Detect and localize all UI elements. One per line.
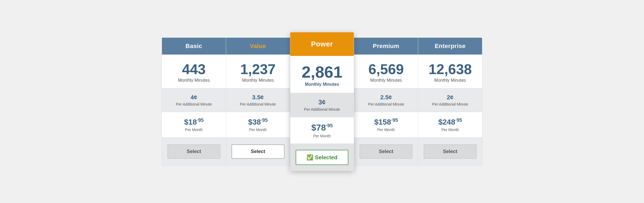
plan-basic: Basic 443 Monthly Minutes 4¢ Per Additio… — [162, 38, 226, 166]
plan-header-value: Value — [226, 38, 290, 55]
minutes-number-basic: 443 — [165, 62, 223, 76]
plan-header-power: Power — [290, 32, 354, 56]
minutes-number-enterprise: 12,638 — [421, 62, 479, 76]
plan-premium: Premium 6,569 Monthly Minutes 2.5¢ Per A… — [354, 38, 418, 166]
pricing-table: Basic 443 Monthly Minutes 4¢ Per Additio… — [162, 37, 482, 166]
plan-minutes-enterprise: 12,638 Monthly Minutes — [418, 55, 482, 88]
plan-minutes-basic: 443 Monthly Minutes — [162, 55, 226, 88]
plan-select-area-power: ✅Selected — [290, 144, 354, 171]
select-button-value[interactable]: Select — [232, 144, 285, 159]
plan-minutes-value: 1,237 Monthly Minutes — [226, 55, 290, 88]
plan-rate-premium: 2.5¢ Per Additional Minute — [354, 88, 418, 112]
plan-minutes-premium: 6,569 Monthly Minutes — [354, 55, 418, 88]
price-cents-premium: ·95 — [391, 118, 398, 123]
plan-header-premium: Premium — [354, 38, 418, 55]
rate-value-basic: 4¢ — [165, 94, 223, 101]
plan-enterprise: Enterprise 12,638 Monthly Minutes 2¢ Per… — [418, 38, 482, 166]
plan-rate-value: 3.5¢ Per Additional Minute — [226, 88, 290, 112]
plan-minutes-power: 2,861 Monthly Minutes — [290, 56, 354, 93]
price-cents-enterprise: ·95 — [455, 118, 462, 123]
price-label-value: Per Month — [229, 128, 287, 132]
price-cents-value: ·95 — [261, 118, 268, 123]
rate-label-value: Per Additional Minute — [229, 102, 287, 106]
select-button-premium[interactable]: Select — [359, 144, 412, 159]
price-value-premium: $158·95 — [357, 118, 415, 126]
rate-label-premium: Per Additional Minute — [357, 102, 415, 106]
rate-label-power: Per Additional Minute — [293, 107, 351, 112]
plan-rate-power: 3¢ Per Additional Minute — [290, 93, 354, 117]
rate-value-enterprise: 2¢ — [421, 94, 479, 101]
price-label-power: Per Month — [293, 134, 351, 138]
price-value-enterprise: $248·95 — [421, 118, 479, 126]
plan-select-area-basic: Select — [162, 138, 226, 166]
minutes-label-power: Monthly Minutes — [293, 82, 351, 87]
plan-rate-basic: 4¢ Per Additional Minute — [162, 88, 226, 112]
plan-header-basic: Basic — [162, 38, 226, 55]
plan-price-value: $38·95 Per Month — [226, 112, 290, 138]
plan-price-power: $78·95 Per Month — [290, 117, 354, 144]
price-value-power: $78·95 — [293, 123, 351, 133]
price-value-basic: $18·95 — [165, 118, 223, 126]
minutes-number-premium: 6,569 — [357, 62, 415, 76]
price-label-enterprise: Per Month — [421, 128, 479, 132]
plan-rate-enterprise: 2¢ Per Additional Minute — [418, 88, 482, 112]
minutes-label-value: Monthly Minutes — [229, 78, 287, 83]
plan-select-area-premium: Select — [354, 138, 418, 166]
rate-value-premium: 2.5¢ — [357, 94, 415, 101]
minutes-label-premium: Monthly Minutes — [357, 78, 415, 83]
price-cents-basic: ·95 — [197, 118, 204, 123]
price-cents-power: ·95 — [326, 123, 333, 128]
rate-label-enterprise: Per Additional Minute — [421, 102, 479, 106]
plan-price-enterprise: $248·95 Per Month — [418, 112, 482, 138]
plan-select-area-enterprise: Select — [418, 138, 482, 166]
rate-value-value: 3.5¢ — [229, 94, 287, 101]
minutes-number-power: 2,861 — [293, 64, 351, 80]
minutes-label-enterprise: Monthly Minutes — [421, 78, 479, 83]
minutes-label-basic: Monthly Minutes — [165, 78, 223, 83]
plan-price-premium: $158·95 Per Month — [354, 112, 418, 138]
rate-label-basic: Per Additional Minute — [165, 102, 223, 106]
plan-header-enterprise: Enterprise — [418, 38, 482, 55]
rate-value-power: 3¢ — [293, 99, 351, 106]
select-button-enterprise[interactable]: Select — [424, 144, 477, 159]
select-button-power[interactable]: ✅Selected — [296, 150, 349, 165]
plan-value: Value 1,237 Monthly Minutes 3.5¢ Per Add… — [226, 38, 290, 166]
price-value-value: $38·95 — [229, 118, 287, 126]
select-button-basic[interactable]: Select — [167, 144, 220, 159]
plan-price-basic: $18·95 Per Month — [162, 112, 226, 138]
minutes-number-value: 1,237 — [229, 62, 287, 76]
price-label-premium: Per Month — [357, 128, 415, 132]
price-label-basic: Per Month — [165, 128, 223, 132]
checkmark-icon: ✅ — [307, 154, 313, 161]
plan-power: Power 2,861 Monthly Minutes 3¢ Per Addit… — [290, 32, 354, 171]
plan-select-area-value: Select — [226, 138, 290, 166]
